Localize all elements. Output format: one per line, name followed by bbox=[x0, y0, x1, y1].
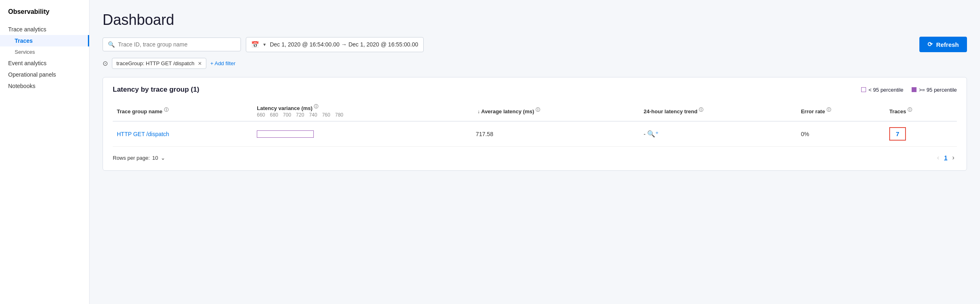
zoom-icon[interactable]: 🔍⁺ bbox=[647, 130, 658, 137]
legend-item-above-95: >= 95 percentile bbox=[912, 87, 957, 93]
rows-per-page[interactable]: Rows per page: 10 ⌄ bbox=[113, 155, 165, 161]
col-header-avg-latency: ↓ Average latency (ms) ⓘ bbox=[472, 100, 639, 121]
filter-row: ⊙ traceGroup: HTTP GET /dispatch ✕ + Add… bbox=[103, 58, 967, 69]
cell-variance bbox=[253, 121, 472, 147]
next-page-button[interactable]: › bbox=[950, 153, 957, 162]
info-icon-traces[interactable]: ⓘ bbox=[908, 107, 912, 112]
date-picker[interactable]: 📅 ▼ Dec 1, 2020 @ 16:54:00.00 → Dec 1, 2… bbox=[246, 37, 424, 52]
info-icon-error-rate[interactable]: ⓘ bbox=[827, 107, 831, 112]
refresh-icon: ⟳ bbox=[928, 41, 933, 48]
cell-error-rate: 0% bbox=[797, 121, 885, 147]
table-footer: Rows per page: 10 ⌄ ‹ 1 › bbox=[113, 153, 957, 162]
info-icon-trend[interactable]: ⓘ bbox=[699, 107, 703, 112]
sidebar-item-notebooks[interactable]: Notebooks bbox=[0, 80, 89, 92]
pagination: ‹ 1 › bbox=[935, 153, 957, 162]
remove-filter-icon[interactable]: ✕ bbox=[198, 61, 202, 66]
search-input[interactable] bbox=[118, 41, 236, 48]
variance-scale: 660 680 700 720 740 760 780 bbox=[257, 112, 468, 118]
col-header-name: Trace group name ⓘ bbox=[113, 100, 253, 121]
latency-table: Trace group name ⓘ Latency variance (ms)… bbox=[113, 100, 957, 147]
sidebar-item-operational-panels[interactable]: Operational panels bbox=[0, 69, 89, 80]
legend-box-above-95 bbox=[912, 87, 917, 92]
col-header-variance: Latency variance (ms) ⓘ 660 680 700 720 … bbox=[253, 100, 472, 121]
main-content: Dashboard 🔍 📅 ▼ Dec 1, 2020 @ 16:54:00.0… bbox=[90, 0, 980, 304]
search-box[interactable]: 🔍 bbox=[103, 37, 241, 51]
add-filter-button[interactable]: + Add filter bbox=[210, 60, 236, 66]
sidebar-item-services[interactable]: Services bbox=[0, 46, 89, 57]
refresh-button[interactable]: ⟳ Refresh bbox=[919, 37, 967, 52]
current-page[interactable]: 1 bbox=[944, 154, 947, 161]
bar-container bbox=[257, 128, 468, 140]
cell-trace-group-name[interactable]: HTTP GET /dispatch bbox=[113, 121, 253, 147]
col-header-error-rate: Error rate ⓘ bbox=[797, 100, 885, 121]
legend: < 95 percentile >= 95 percentile bbox=[861, 87, 957, 93]
sidebar: Observability Trace analytics Traces Ser… bbox=[0, 0, 90, 304]
sidebar-item-trace-analytics[interactable]: Trace analytics bbox=[0, 24, 89, 35]
filter-icon[interactable]: ⊙ bbox=[103, 59, 108, 67]
col-header-trend: 24-hour latency trend ⓘ bbox=[640, 100, 797, 121]
latency-card: Latency by trace group (1) < 95 percenti… bbox=[103, 77, 967, 171]
calendar-icon: 📅 bbox=[251, 41, 259, 48]
table-row: HTTP GET /dispatch 717.58 - 🔍⁺ bbox=[113, 121, 957, 147]
traces-count[interactable]: 7 bbox=[889, 127, 906, 141]
info-icon-variance[interactable]: ⓘ bbox=[314, 104, 318, 109]
cell-traces[interactable]: 7 bbox=[885, 121, 957, 147]
date-range-text: Dec 1, 2020 @ 16:54:00.00 → Dec 1, 2020 … bbox=[270, 41, 418, 48]
card-header: Latency by trace group (1) < 95 percenti… bbox=[113, 86, 957, 94]
legend-box-below-95 bbox=[861, 87, 866, 92]
chevron-down-icon: ⌄ bbox=[161, 155, 165, 161]
legend-item-below-95: < 95 percentile bbox=[861, 87, 903, 93]
cell-avg-latency: 717.58 bbox=[472, 121, 639, 147]
table-header-row: Trace group name ⓘ Latency variance (ms)… bbox=[113, 100, 957, 121]
sidebar-item-traces[interactable]: Traces bbox=[0, 35, 89, 46]
info-icon-name[interactable]: ⓘ bbox=[164, 107, 168, 112]
chevron-down-icon: ▼ bbox=[262, 42, 267, 47]
cell-trend: - 🔍⁺ bbox=[640, 121, 797, 147]
variance-bar bbox=[257, 130, 314, 138]
sidebar-section: Trace analytics Traces Services Event an… bbox=[0, 22, 89, 93]
search-icon: 🔍 bbox=[108, 41, 115, 48]
info-icon-avg-latency[interactable]: ⓘ bbox=[536, 107, 540, 112]
filter-tag[interactable]: traceGroup: HTTP GET /dispatch ✕ bbox=[112, 58, 206, 69]
page-title: Dashboard bbox=[103, 11, 967, 29]
card-title: Latency by trace group (1) bbox=[113, 86, 199, 94]
top-controls: 🔍 📅 ▼ Dec 1, 2020 @ 16:54:00.00 → Dec 1,… bbox=[103, 37, 967, 52]
sort-arrow-icon[interactable]: ↓ bbox=[477, 109, 480, 115]
table-wrap: Trace group name ⓘ Latency variance (ms)… bbox=[113, 100, 957, 147]
col-header-traces: Traces ⓘ bbox=[885, 100, 957, 121]
sidebar-title: Observability bbox=[0, 8, 89, 22]
prev-page-button[interactable]: ‹ bbox=[935, 153, 942, 162]
sidebar-item-event-analytics[interactable]: Event analytics bbox=[0, 57, 89, 69]
